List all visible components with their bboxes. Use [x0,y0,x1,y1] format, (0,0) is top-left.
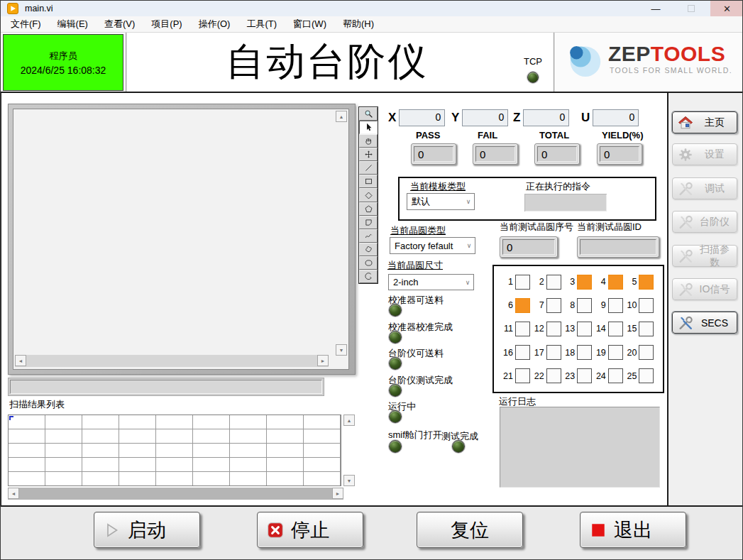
sidebar-button-scan-params[interactable]: 扫描参数 [672,245,737,267]
table-cell[interactable] [156,458,193,472]
template-type-dropdown[interactable]: 默认 ∨ [407,193,475,210]
menu-item[interactable]: 窗口(W) [290,17,329,31]
wafer-checkbox-3[interactable] [577,275,592,290]
oval-tool-icon[interactable] [359,256,378,270]
table-cell[interactable] [82,472,119,486]
wafer-checkbox-18[interactable] [577,345,592,360]
menu-item[interactable]: 查看(V) [101,17,138,31]
wafer-checkbox-9[interactable] [608,298,623,313]
table-cell[interactable] [267,472,304,486]
minimize-button[interactable]: — [638,1,673,16]
footer-button-stop[interactable]: 停止 [257,512,363,548]
wafer-checkbox-20[interactable] [639,345,654,360]
graph-plot[interactable] [14,110,335,358]
graph-scroll-left-icon[interactable]: ◄ [15,355,26,366]
menu-item[interactable]: 帮助(H) [340,17,377,31]
wafer-checkbox-4[interactable] [608,275,623,290]
sidebar-button-settings[interactable]: 设置 [672,143,737,165]
table-cell[interactable] [9,472,45,486]
wafer-checkbox-19[interactable] [608,345,623,360]
table-cell[interactable] [304,472,341,486]
wafer-checkbox-8[interactable] [577,298,592,313]
table-cell[interactable] [82,458,119,472]
table-cell[interactable] [82,415,119,429]
table-cell[interactable] [45,415,82,429]
graph-scroll-right-icon[interactable]: ► [317,355,329,366]
table-cell[interactable] [267,444,304,458]
table-cell[interactable] [193,444,230,458]
table-cell[interactable] [82,444,119,458]
wafer-checkbox-2[interactable] [546,275,561,290]
table-scroll-down-icon[interactable]: ▼ [343,475,355,486]
wafer-checkbox-1[interactable] [515,275,530,290]
wafer-checkbox-10[interactable] [639,298,654,313]
maximize-button[interactable] [673,1,709,16]
table-cell[interactable] [304,415,341,429]
menu-item[interactable]: 编辑(E) [55,17,91,31]
sidebar-button-secs[interactable]: SECS [672,312,737,334]
cursor-tool-icon[interactable] [359,121,378,134]
footer-button-reset[interactable]: 复位 [417,512,523,548]
table-cell[interactable] [45,429,82,444]
wafer-checkbox-25[interactable] [639,368,654,383]
table-cell[interactable] [230,444,267,458]
sidebar-button-io-signals[interactable]: IO信号 [672,278,737,300]
table-cell[interactable] [119,415,156,429]
table-cell[interactable] [304,444,341,458]
table-hscrollbar[interactable]: ◄ ► [8,488,343,500]
graph-hscrollbar[interactable]: ◄ ► [15,355,329,367]
polygon-tool-icon[interactable] [359,216,378,229]
wafer-size-dropdown[interactable]: 2-inch ∨ [388,274,474,290]
sidebar-button-debug[interactable]: 调试 [672,177,737,199]
diamond-tool-icon[interactable] [359,188,378,202]
table-cell[interactable] [156,444,193,458]
table-cell[interactable] [119,472,156,486]
magnifier-tool-icon[interactable] [359,107,378,121]
arc-tool-icon[interactable] [359,270,378,283]
table-cell[interactable] [156,429,193,444]
wafer-checkbox-14[interactable] [608,322,623,336]
table-cell[interactable] [230,472,267,486]
wafer-checkbox-12[interactable] [546,322,561,336]
sidebar-button-profiler[interactable]: 台阶仪 [672,211,737,233]
table-cell[interactable] [119,458,156,472]
table-cell[interactable] [230,458,267,472]
wafer-checkbox-23[interactable] [577,368,592,383]
pentagon-tool-icon[interactable] [359,202,378,216]
blob-tool-icon[interactable] [359,243,378,256]
footer-button-start[interactable]: 启动 [94,512,200,548]
menu-item[interactable]: 操作(O) [196,17,233,31]
wafer-checkbox-24[interactable] [608,368,623,383]
table-cell[interactable] [156,415,193,429]
table-cell[interactable] [45,444,82,458]
table-cell[interactable] [267,415,304,429]
menu-item[interactable]: 工具(T) [243,17,280,31]
table-cell[interactable] [193,472,230,486]
table-cell[interactable] [230,415,267,429]
graph-scroll-down-icon[interactable]: ▼ [336,344,347,356]
table-cell[interactable] [304,458,341,472]
table-cell[interactable] [267,429,304,444]
line-tool-icon[interactable] [359,161,378,175]
crosshair-tool-icon[interactable] [359,148,378,161]
wafer-checkbox-17[interactable] [546,345,561,360]
table-cell[interactable] [9,458,45,472]
table-cell[interactable] [156,472,193,486]
table-cell[interactable] [45,458,82,472]
graph-scroll-up-icon[interactable]: ▲ [336,111,347,122]
table-scroll-left-icon[interactable]: ◄ [8,488,19,499]
wafer-checkbox-16[interactable] [515,345,530,360]
table-scroll-right-icon[interactable]: ► [332,488,343,499]
table-cell[interactable] [119,444,156,458]
hand-tool-icon[interactable] [359,134,378,148]
table-cell[interactable] [193,458,230,472]
wafer-type-dropdown[interactable]: Factory fefault ∨ [390,237,475,254]
wafer-checkbox-21[interactable] [515,368,530,383]
wafer-checkbox-15[interactable] [639,322,654,336]
table-cell[interactable] [193,415,230,429]
table-scroll-up-icon[interactable]: ▲ [343,414,355,426]
freehand-tool-icon[interactable] [359,229,378,243]
table-cell[interactable] [119,429,156,444]
table-cell[interactable] [9,444,45,458]
wafer-checkbox-5[interactable] [639,275,654,290]
